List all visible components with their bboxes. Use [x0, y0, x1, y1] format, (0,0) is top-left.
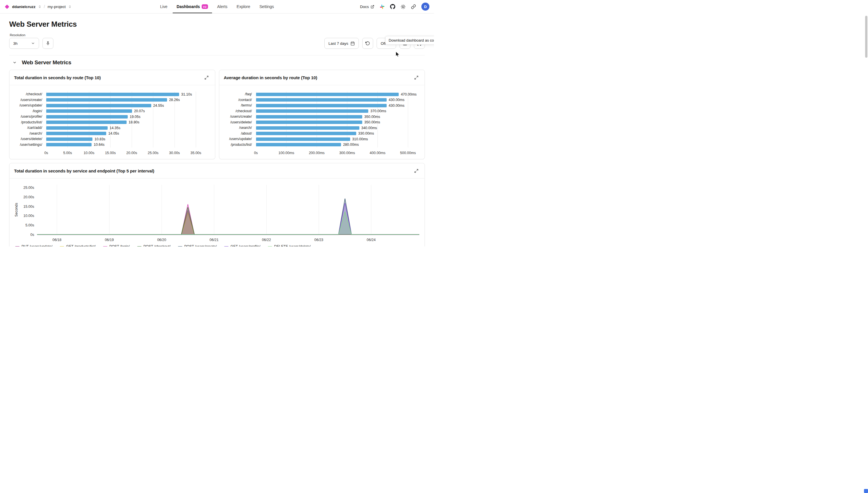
bar-chart-category-axis: /faq//contact//terms//checkout//users/cr…: [224, 91, 256, 148]
resolution-select[interactable]: 3h: [9, 38, 39, 49]
legend-label: POST /users/create/: [184, 244, 217, 246]
bar-value-label: 280.00ms: [343, 143, 359, 147]
resolution-label: Resolution: [10, 33, 39, 37]
legend-label: PUT /users/update/: [22, 244, 52, 246]
bar[interactable]: [46, 104, 151, 107]
slack-icon[interactable]: [380, 4, 385, 9]
bar-category-label: /products/list/: [14, 120, 46, 125]
bar[interactable]: [46, 121, 127, 124]
org-selector-icon[interactable]: [38, 5, 41, 8]
bar[interactable]: [256, 109, 368, 113]
bar[interactable]: [256, 126, 359, 130]
legend-item[interactable]: GET /users/profile/: [224, 244, 260, 246]
bar[interactable]: [46, 143, 91, 146]
docs-link[interactable]: Docs: [360, 5, 374, 9]
project-selector-icon[interactable]: [68, 5, 71, 8]
bar-row: 330.00ms: [256, 131, 417, 136]
bar[interactable]: [256, 132, 357, 135]
series-area: [37, 213, 419, 235]
legend-swatch: [137, 246, 142, 247]
bar[interactable]: [256, 121, 362, 124]
app-logo-icon[interactable]: [5, 4, 9, 9]
project-name[interactable]: my-project: [48, 5, 66, 9]
bar[interactable]: [46, 98, 167, 102]
bar[interactable]: [46, 93, 179, 96]
x-tick-label: 5.00s: [63, 151, 72, 155]
axis-label: 06/20: [157, 238, 166, 242]
bar-category-label: /about/: [224, 131, 256, 136]
tab-alerts[interactable]: Alerts: [217, 0, 227, 13]
legend-swatch: [178, 246, 182, 247]
legend-label: DELETE /users/delete/: [274, 244, 311, 246]
bar[interactable]: [46, 137, 92, 141]
bar[interactable]: [256, 104, 387, 107]
axis-label: 06/23: [314, 238, 323, 242]
bar-value-label: 310.00ms: [352, 137, 368, 141]
legend-item[interactable]: POST /checkout/: [137, 244, 170, 246]
bar-chart-plot: /checkout//users/create//users/update//l…: [14, 91, 210, 148]
bar[interactable]: [256, 93, 399, 96]
axis-label: 06/21: [210, 238, 218, 242]
bar-row: 20.07s: [46, 108, 208, 114]
pin-filters-button[interactable]: [42, 38, 54, 49]
bar-category-label: /cart/add/: [14, 125, 46, 131]
legend-item[interactable]: PUT /users/update/: [15, 244, 52, 246]
section-collapse-chevron-icon[interactable]: [13, 61, 17, 65]
bar-row: 430.00ms: [256, 97, 417, 103]
bar-category-label: /search/: [14, 131, 46, 136]
bar[interactable]: [46, 132, 106, 135]
theme-sun-icon[interactable]: [401, 4, 406, 9]
chart-legend: PUT /users/update/GET /products/list/POS…: [15, 244, 421, 246]
bar-value-label: 10.64s: [93, 143, 105, 147]
series-line: [37, 204, 419, 235]
expand-chart-button[interactable]: [412, 74, 420, 81]
user-avatar[interactable]: D: [421, 3, 429, 10]
bar[interactable]: [256, 143, 341, 146]
legend-item[interactable]: GET /products/list/: [60, 244, 96, 246]
chart-panel-total-duration-by-route: Total duration in seconds by route (Top …: [9, 70, 215, 159]
bar-row: 370.00ms: [256, 108, 417, 114]
bar-category-label: /user/settings/: [14, 142, 46, 148]
tab-dashboards[interactable]: Dashboards V2: [176, 0, 208, 13]
breadcrumb: ddanielcruzz / my-project: [5, 4, 71, 9]
x-tick-label: 300.00ms: [339, 151, 355, 155]
tab-explore[interactable]: Explore: [236, 0, 250, 13]
github-icon[interactable]: [390, 4, 395, 9]
legend-swatch: [103, 246, 107, 247]
legend-item[interactable]: POST /users/create/: [178, 244, 217, 246]
org-name[interactable]: ddanielcruzz: [12, 5, 36, 9]
tab-settings[interactable]: Settings: [259, 0, 274, 13]
bar-row: 28.26s: [46, 97, 208, 103]
legend-item[interactable]: POST /login/: [103, 244, 130, 246]
bar-value-label: 14.35s: [110, 126, 121, 130]
x-tick-label: 20.00s: [126, 151, 137, 155]
series-area: [37, 211, 419, 235]
bar[interactable]: [256, 98, 387, 102]
series-area: [37, 212, 419, 235]
legend-item[interactable]: DELETE /users/delete/: [268, 244, 311, 246]
refresh-button[interactable]: [362, 38, 373, 49]
bar-value-label: 340.00ms: [361, 126, 377, 130]
series-line: [37, 213, 419, 235]
bar-value-label: 10.83s: [94, 137, 105, 141]
download-tooltip: Download dashboard as code: [385, 36, 434, 45]
main-nav: Live Dashboards V2 Alerts Explore Settin…: [160, 0, 274, 13]
bar[interactable]: [256, 115, 362, 119]
tab-live[interactable]: Live: [160, 0, 168, 13]
bar-chart-plot: /faq//contact//terms//checkout//users/cr…: [224, 91, 420, 148]
bar[interactable]: [256, 137, 350, 141]
series-line: [37, 203, 419, 235]
share-link-icon[interactable]: [411, 4, 416, 9]
series-area: [37, 207, 419, 235]
expand-chart-button[interactable]: [203, 74, 210, 81]
bar-row: 470.00ms: [256, 91, 417, 97]
bar[interactable]: [46, 126, 108, 130]
expand-chart-button[interactable]: [412, 167, 420, 174]
bar[interactable]: [46, 109, 132, 113]
topbar-actions: Docs D: [360, 3, 429, 10]
chart-title: Total duration in seconds by service and…: [14, 168, 154, 173]
time-range-button[interactable]: Last 7 days: [324, 38, 359, 49]
bar[interactable]: [46, 115, 128, 119]
bar-value-label: 430.00ms: [389, 104, 404, 108]
x-tick-label: 400.00ms: [370, 151, 385, 155]
